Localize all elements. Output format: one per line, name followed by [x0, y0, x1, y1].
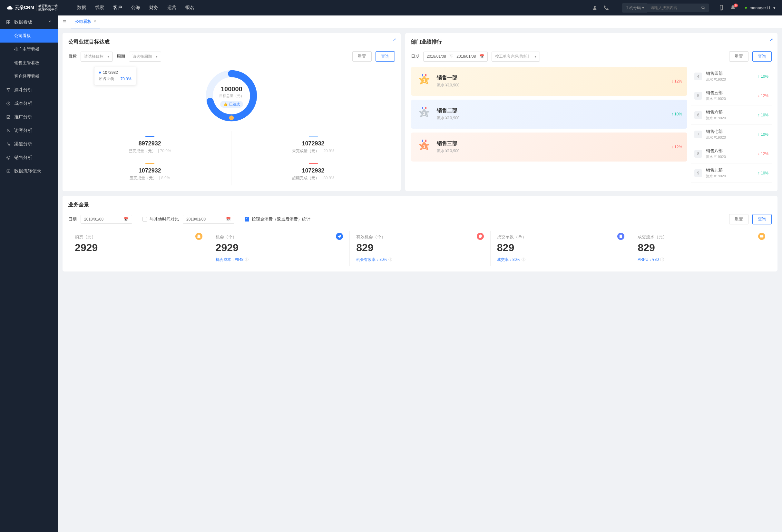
- username: manager11: [749, 5, 771, 10]
- sidebar: 数据看板 ⌃ 公司看板推广主管看板销售主管看板客户经理看板 漏斗分析成本分析推广…: [0, 15, 58, 532]
- topnav-item[interactable]: 数据: [77, 5, 86, 11]
- biz-label: 成交流水（元）: [638, 234, 765, 240]
- sidebar-sub-item[interactable]: 推广主管看板: [0, 42, 58, 56]
- help-icon[interactable]: ⓘ: [522, 257, 525, 262]
- sidebar-item[interactable]: 推广分析: [0, 110, 58, 124]
- query-button[interactable]: 查询: [752, 214, 772, 224]
- compare-checkbox[interactable]: 与其他时间对比: [142, 216, 179, 222]
- search-type-select[interactable]: 手机号码 ▾: [622, 3, 647, 12]
- biz-sub: 机会成本：¥948 ⓘ: [216, 257, 343, 262]
- sidebar-item[interactable]: 成本分析: [0, 97, 58, 110]
- metric-label: 超额完成（元） | 89.9%: [234, 175, 392, 181]
- logo: 云朵CRM 教育机构一站 式服务云平台: [6, 4, 58, 11]
- rank-sub: 流水 ¥19020: [706, 77, 758, 82]
- sidebar-sub-item[interactable]: 销售主管看板: [0, 56, 58, 70]
- reset-button[interactable]: 重置: [729, 51, 748, 62]
- achieved-badge: 👍已达成: [220, 101, 243, 108]
- help-icon[interactable]: ⓘ: [245, 257, 249, 262]
- sidebar-item[interactable]: 漏斗分析: [0, 83, 58, 97]
- help-icon[interactable]: ⓘ: [660, 257, 664, 262]
- target-card: ⤢ 公司业绩目标达成 目标 请选择目标▾ 周期 请选择周期▾ 重置 查询 107…: [63, 33, 401, 191]
- sidebar-item[interactable]: 销售分析: [0, 151, 58, 165]
- sidebar-sub-item[interactable]: 公司看板: [0, 29, 58, 42]
- sidebar-header-dashboard[interactable]: 数据看板 ⌃: [0, 15, 58, 29]
- search-button[interactable]: [698, 4, 709, 12]
- metric-value: 1072932: [234, 140, 392, 147]
- phone-icon[interactable]: [603, 5, 609, 11]
- mode-select[interactable]: 按工单客户经理统计▾: [492, 51, 540, 62]
- hamburger-icon[interactable]: ☰: [61, 18, 68, 26]
- reset-button[interactable]: 重置: [352, 51, 372, 62]
- expand-icon[interactable]: ⤢: [393, 37, 396, 42]
- biz-sub: 成交率：80% ⓘ: [497, 257, 625, 262]
- query-button[interactable]: 查询: [752, 51, 772, 62]
- svg-point-10: [8, 129, 9, 131]
- goal-select[interactable]: 请选择目标▾: [80, 51, 113, 62]
- help-icon[interactable]: ⓘ: [388, 257, 392, 262]
- search-input[interactable]: [647, 4, 699, 12]
- notification-badge: 5: [734, 4, 738, 7]
- rank-number: 8: [694, 150, 702, 158]
- metric-value: 1072932: [234, 167, 392, 174]
- rank-sub: 流水 ¥19020: [706, 174, 758, 179]
- menu-icon: [6, 128, 11, 133]
- close-icon[interactable]: ✕: [94, 19, 96, 24]
- menu-icon: [6, 142, 11, 147]
- expand-icon[interactable]: ⤢: [770, 37, 773, 42]
- svg-rect-7: [9, 23, 10, 24]
- user-menu[interactable]: manager11 ▾: [745, 5, 776, 10]
- sidebar-item[interactable]: 渠道分析: [0, 137, 58, 151]
- sidebar-item[interactable]: 访客分析: [0, 124, 58, 137]
- user-icon[interactable]: [592, 5, 598, 11]
- query-button[interactable]: 查询: [376, 51, 395, 62]
- rank-name: 销售五部: [706, 90, 758, 96]
- logo-sub: 教育机构一站 式服务云平台: [36, 4, 58, 11]
- mobile-icon[interactable]: [718, 5, 724, 11]
- svg-rect-31: [425, 107, 426, 109]
- rank-delta: ↓ 12%: [758, 94, 769, 98]
- topnav-item[interactable]: 客户: [113, 5, 122, 11]
- biz-sub: ARPU：¥80 ⓘ: [638, 257, 765, 262]
- reset-button[interactable]: 重置: [729, 214, 748, 224]
- svg-rect-16: [7, 170, 10, 173]
- biz-label: 有效机会（个）: [356, 234, 484, 240]
- date-range-input[interactable]: 2018/01/08 至 2018/01/08 📅: [423, 51, 488, 62]
- topnav-item[interactable]: 线索: [95, 5, 104, 11]
- dashboard-icon: [6, 20, 11, 25]
- date-input-2[interactable]: 2018/01/08📅: [183, 215, 234, 224]
- metric-item: 1072932 未完成量（元） | 20.9%: [232, 131, 395, 158]
- svg-point-21: [229, 115, 234, 120]
- svg-rect-4: [7, 21, 8, 22]
- rank-sub: 流水 ¥10,900: [437, 115, 667, 121]
- cash-checkbox[interactable]: 按现金消费（返点后消费）统计: [245, 216, 311, 222]
- chevron-down-icon: ▾: [156, 54, 157, 59]
- topnav-item[interactable]: 运营: [167, 5, 176, 11]
- svg-line-1: [704, 8, 705, 10]
- date-input-1[interactable]: 2018/01/08📅: [80, 215, 132, 224]
- notification-button[interactable]: 5: [730, 5, 736, 11]
- card-title: 部门业绩排行: [411, 39, 772, 45]
- rank-name: 销售三部: [437, 140, 667, 147]
- svg-rect-36: [425, 140, 426, 142]
- chevron-down-icon: ▾: [534, 54, 536, 59]
- sidebar-item[interactable]: 数据流转记录: [0, 165, 58, 178]
- rank-sub: 流水 ¥19020: [706, 135, 758, 140]
- menu-icon: [6, 87, 11, 93]
- sidebar-sub-item[interactable]: 客户经理看板: [0, 70, 58, 83]
- calendar-icon: 📅: [226, 217, 231, 221]
- tabs-bar: ☰ 公司看板 ✕: [58, 15, 782, 28]
- topnav-item[interactable]: 财务: [149, 5, 158, 11]
- podium-item: 3 销售三部 流水 ¥10,900 ↓ 12%: [411, 133, 687, 162]
- metric-label: 应完成量（元） | 8.9%: [71, 175, 228, 181]
- biz-sub: 机会有效率：80% ⓘ: [356, 257, 484, 262]
- rank-card: ⤢ 部门业绩排行 日期 2018/01/08 至 2018/01/08 📅 按工…: [405, 33, 778, 191]
- svg-rect-6: [7, 23, 8, 24]
- tab-company-board[interactable]: 公司看板 ✕: [71, 15, 100, 28]
- period-select[interactable]: 请选择周期▾: [129, 51, 161, 62]
- date-label: 日期: [68, 216, 77, 222]
- biz-icon: [477, 233, 484, 240]
- topnav-item[interactable]: 公海: [131, 5, 140, 11]
- top-nav: 数据线索客户公海财务运营报名: [77, 5, 585, 11]
- topnav-item[interactable]: 报名: [185, 5, 194, 11]
- svg-line-13: [8, 144, 9, 144]
